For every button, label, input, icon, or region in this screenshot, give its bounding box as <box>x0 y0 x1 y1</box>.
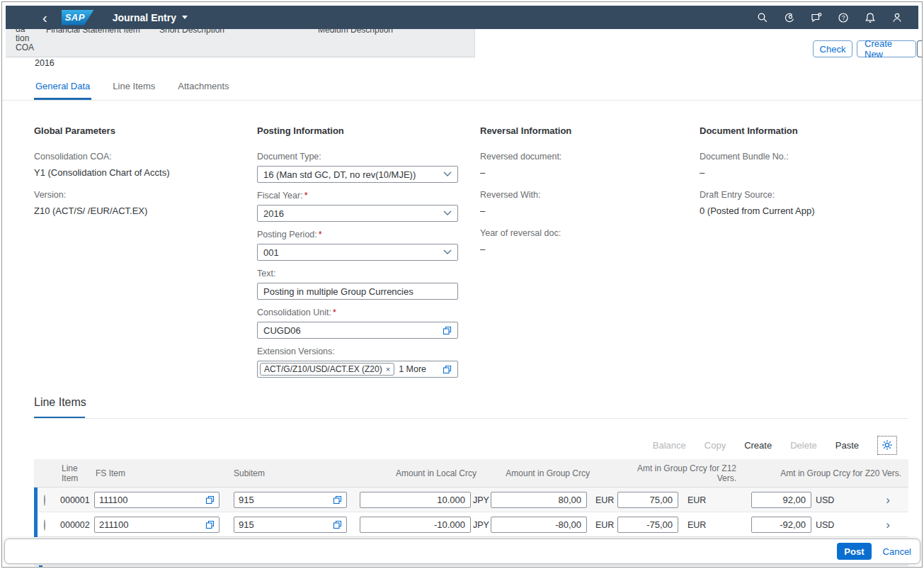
delete-button[interactable]: Delete <box>790 440 817 451</box>
row-chevron-icon[interactable]: › <box>841 494 908 506</box>
input-value: 915 <box>239 495 329 505</box>
amount-local-input[interactable]: -10.000 <box>360 517 471 533</box>
field-value: 0 (Posted from Current App) <box>700 205 912 216</box>
feedback-icon[interactable] <box>811 12 822 23</box>
select-value: 2016 <box>263 208 439 219</box>
field-value: – <box>700 167 912 178</box>
field-document-bundle-no: Document Bundle No.: – <box>700 152 912 178</box>
amount-local-input[interactable]: 10.000 <box>360 492 471 508</box>
background-col-medium-description: Medium Description <box>318 29 393 35</box>
clipped-table-row <box>34 565 908 568</box>
balance-button[interactable]: Balance <box>653 440 686 451</box>
tab-general-data[interactable]: General Data <box>34 81 91 100</box>
chevron-down-icon <box>182 16 188 19</box>
shell-actions: ? <box>757 12 918 23</box>
app-title-menu[interactable]: Journal Entry <box>113 12 188 23</box>
amount-z20-input[interactable]: -92,00 <box>751 517 811 533</box>
amount-z12-input[interactable]: -75,00 <box>617 517 678 533</box>
create-new-button[interactable]: Create New <box>857 40 916 57</box>
document-type-select[interactable]: 16 (Man std GC, DT, no rev(10/MJE)) <box>257 166 458 183</box>
amount-group-input[interactable]: 80,00 <box>491 492 587 508</box>
field-label: Document Bundle No.: <box>700 152 912 162</box>
currency-z20: USD <box>811 495 841 505</box>
tab-attachments[interactable]: Attachments <box>176 81 230 100</box>
chevron-down-icon <box>443 249 452 255</box>
input-value: CUGD06 <box>263 325 438 336</box>
currency-z20: USD <box>811 520 841 530</box>
value-help-icon[interactable] <box>205 520 215 529</box>
tokens-more-label[interactable]: 1 More <box>399 364 438 374</box>
select-value: 001 <box>263 247 439 258</box>
fs-item-input[interactable]: 211100 <box>94 517 219 533</box>
copilot-icon[interactable] <box>784 12 795 23</box>
table-header-row: Line Item FS Item Subitem Amount in Loca… <box>34 459 908 488</box>
section-posting-information: Posting Information Document Type: 16 (M… <box>257 125 458 385</box>
fiscal-year-select[interactable]: 2016 <box>257 205 458 222</box>
notifications-icon[interactable] <box>865 12 876 23</box>
line-items-divider <box>34 418 908 419</box>
post-button[interactable]: Post <box>837 543 871 560</box>
value-help-icon[interactable] <box>205 495 215 505</box>
value-help-icon[interactable] <box>333 495 342 505</box>
field-year-of-reversal-doc: Year of reversal doc: – <box>480 228 689 254</box>
paste-button[interactable]: Paste <box>835 440 859 451</box>
app-window: ‹ SAP Journal Entry ? <box>1 1 923 568</box>
row-radio-button[interactable] <box>44 519 45 531</box>
currency-group: EUR <box>587 495 615 505</box>
background-dialog-header: da tion COA Financial Statement Item Sho… <box>6 29 475 57</box>
back-icon[interactable]: ‹ <box>42 12 47 23</box>
check-button[interactable]: Check <box>813 40 852 57</box>
subitem-input[interactable]: 915 <box>234 492 347 508</box>
amount-group-input[interactable]: -80,00 <box>491 517 587 533</box>
value-help-icon[interactable] <box>443 326 452 335</box>
amount-z20-input[interactable]: 92,00 <box>751 492 811 508</box>
section-title: Posting Information <box>257 125 458 136</box>
extension-versions-input[interactable]: ACT/G/Z10/USD/ACT.EX (Z20) × 1 More <box>257 361 458 378</box>
shell-bar: ‹ SAP Journal Entry ? <box>6 6 918 29</box>
tab-line-items[interactable]: Line Items <box>111 81 156 100</box>
text-input[interactable]: Posting in multiple Group Currencies <box>257 283 458 300</box>
table-settings-button[interactable] <box>877 436 897 455</box>
profile-icon[interactable] <box>891 12 903 23</box>
field-label: Version: <box>34 190 243 200</box>
line-item-number: 000001 <box>60 495 94 505</box>
extension-version-token[interactable]: ACT/G/Z10/USD/ACT.EX (Z20) × <box>260 363 394 376</box>
background-col-financial-statement-item: Financial Statement Item <box>46 29 140 35</box>
input-value: Posting in multiple Group Currencies <box>263 286 452 297</box>
field-extension-versions: Extension Versions: ACT/G/Z10/USD/ACT.EX… <box>257 347 458 378</box>
token-remove-icon[interactable]: × <box>386 365 390 373</box>
section-title: Reversal Information <box>480 125 689 136</box>
consolidation-unit-input[interactable]: CUGD06 <box>257 322 458 339</box>
currency-local: JPY <box>471 520 491 530</box>
gear-icon <box>882 439 893 451</box>
row-chevron-icon[interactable]: › <box>841 519 908 531</box>
table-row: 000001 111100 915 10.000 JPY 80,00 EUR 7… <box>34 488 908 512</box>
sap-logo[interactable]: SAP <box>62 10 94 26</box>
value-help-icon[interactable] <box>443 365 452 374</box>
app-title: Journal Entry <box>113 12 176 23</box>
field-reversed-with: Reversed With: – <box>480 190 689 216</box>
col-header-fs-item: FS Item <box>94 468 225 478</box>
row-radio-button[interactable] <box>44 495 45 506</box>
field-value: – <box>480 244 689 254</box>
subitem-input[interactable]: 915 <box>234 517 347 533</box>
search-icon[interactable] <box>757 12 768 23</box>
help-icon[interactable]: ? <box>838 12 849 23</box>
clipped-button-fragment[interactable] <box>917 40 923 57</box>
input-value: 211100 <box>99 519 201 530</box>
fs-item-input[interactable]: 111100 <box>94 492 219 508</box>
create-button[interactable]: Create <box>744 440 772 451</box>
section-title: Global Parameters <box>34 125 243 136</box>
field-consolidation-unit: Consolidation Unit:* CUGD06 <box>257 308 458 339</box>
background-col-short-description: Short Description <box>159 29 224 35</box>
amount-z12-input[interactable]: 75,00 <box>617 492 678 508</box>
posting-period-select[interactable]: 001 <box>257 244 458 261</box>
input-value: 111100 <box>99 495 201 505</box>
field-value: – <box>480 205 689 216</box>
clipped-content <box>215 567 363 568</box>
copy-button[interactable]: Copy <box>705 440 726 451</box>
cancel-button[interactable]: Cancel <box>883 546 911 557</box>
section-global-parameters: Global Parameters Consolidation COA: Y1 … <box>34 125 243 228</box>
value-help-icon[interactable] <box>333 520 342 529</box>
col-header-subitem: Subitem <box>225 468 353 478</box>
